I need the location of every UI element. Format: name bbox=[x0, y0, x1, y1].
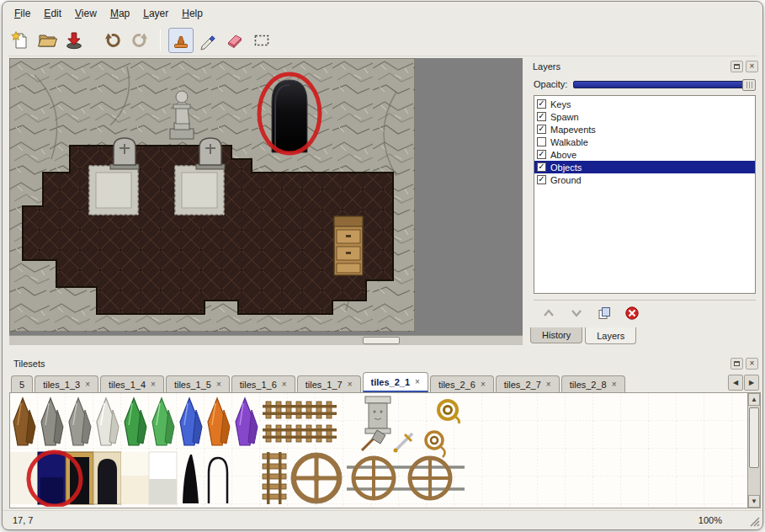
layer-row-mapevents[interactable]: ✓ Mapevents bbox=[534, 123, 755, 136]
delete-layer-icon bbox=[624, 306, 640, 321]
tilesets-float-button[interactable] bbox=[730, 358, 743, 370]
lower-layer-button[interactable] bbox=[568, 305, 585, 322]
tab-close-icon[interactable]: × bbox=[612, 380, 617, 389]
menu-bar: File Edit View Map Layer Help bbox=[8, 4, 210, 23]
stamp-tool-button[interactable] bbox=[168, 28, 194, 53]
cursor-position: 17, 7 bbox=[13, 515, 33, 525]
duplicate-layer-button[interactable] bbox=[596, 305, 613, 322]
opacity-slider-handle[interactable] bbox=[742, 79, 756, 91]
layer-row-ground[interactable]: ✓ Ground bbox=[534, 173, 755, 186]
menu-map[interactable]: Map bbox=[104, 5, 136, 22]
open-button[interactable] bbox=[35, 28, 60, 53]
layer-checkbox[interactable] bbox=[537, 137, 546, 146]
save-button[interactable] bbox=[61, 28, 87, 53]
tab-history[interactable]: History bbox=[530, 327, 582, 343]
layer-actions bbox=[534, 300, 756, 323]
stamp-tool-icon bbox=[171, 30, 191, 51]
layer-row-spawn[interactable]: ✓ Spawn bbox=[534, 110, 755, 123]
new-file-button[interactable] bbox=[8, 28, 33, 53]
tab-layers[interactable]: Layers bbox=[585, 327, 636, 344]
tileset-tab-tiles_2_8[interactable]: tiles_2_8 × bbox=[561, 375, 625, 392]
layers-panel-title: Layers bbox=[533, 61, 728, 72]
redo-button[interactable] bbox=[127, 28, 152, 53]
duplicate-layer-icon bbox=[597, 306, 612, 321]
tileset-vscrollbar[interactable]: ▲ ▼ bbox=[747, 393, 760, 508]
tileset-tab-tiles_2_1[interactable]: tiles_2_1 × bbox=[363, 372, 428, 392]
raise-layer-button[interactable] bbox=[540, 305, 557, 322]
layers-float-button[interactable] bbox=[730, 61, 743, 72]
tileset-content: ▲ ▼ bbox=[9, 393, 761, 508]
tileset-tab-tiles_1_5[interactable]: tiles_1_5 × bbox=[166, 375, 230, 392]
scroll-up-button[interactable]: ▲ bbox=[748, 393, 760, 406]
open-folder-icon bbox=[37, 30, 57, 51]
tileset-canvas[interactable] bbox=[10, 393, 747, 507]
layers-panel-titlebar: Layers × bbox=[529, 58, 761, 74]
tab-close-icon[interactable]: × bbox=[151, 380, 156, 389]
marquee-select-button[interactable] bbox=[249, 28, 274, 53]
menu-view[interactable]: View bbox=[68, 5, 104, 22]
layers-close-button[interactable]: × bbox=[746, 61, 758, 72]
tileset-tab-tiles_1_6[interactable]: tiles_1_6 × bbox=[231, 375, 295, 392]
tilesets-panel: Tilesets × 5 tiles_1_3 × tiles_1_4 × til… bbox=[9, 355, 761, 508]
tab-scroll-right-button[interactable]: ▶ bbox=[744, 375, 759, 391]
menu-file[interactable]: File bbox=[8, 5, 37, 22]
tileset-tab-5[interactable]: 5 bbox=[11, 375, 33, 392]
menu-help[interactable]: Help bbox=[175, 5, 210, 22]
layer-checkbox[interactable]: ✓ bbox=[537, 99, 546, 109]
tab-scroll-buttons: ◀ ▶ bbox=[728, 375, 759, 391]
menu-edit[interactable]: Edit bbox=[37, 5, 68, 22]
layer-checkbox[interactable]: ✓ bbox=[537, 175, 546, 184]
tab-close-icon[interactable]: × bbox=[282, 380, 287, 389]
close-icon: × bbox=[750, 62, 755, 71]
status-bar: 17, 7 100% bbox=[3, 510, 762, 529]
float-icon bbox=[734, 361, 740, 366]
layer-checkbox[interactable]: ✓ bbox=[537, 112, 546, 121]
tileset-tab-tiles_2_6[interactable]: tiles_2_6 × bbox=[430, 375, 494, 392]
vscroll-thumb[interactable] bbox=[749, 407, 759, 468]
undo-button[interactable] bbox=[100, 28, 125, 53]
tileset-tab-tiles_1_3[interactable]: tiles_1_3 × bbox=[35, 375, 98, 392]
layer-checkbox[interactable]: ✓ bbox=[537, 162, 546, 172]
tilesets-close-button[interactable]: × bbox=[746, 358, 758, 370]
layer-checkbox[interactable]: ✓ bbox=[537, 150, 546, 159]
layer-name: Spawn bbox=[550, 112, 579, 122]
layer-name: Objects bbox=[550, 162, 582, 173]
layer-list[interactable]: ✓ Keys ✓ Spawn ✓ Mapevents Walkable ✓ Ab… bbox=[534, 95, 756, 294]
menu-layer[interactable]: Layer bbox=[136, 5, 175, 22]
opacity-label: Opacity: bbox=[534, 79, 567, 89]
tab-close-icon[interactable]: × bbox=[415, 377, 420, 386]
eraser-tool-button[interactable] bbox=[222, 28, 247, 53]
tab-scroll-left-button[interactable]: ◀ bbox=[728, 375, 743, 391]
map-hscroll-thumb[interactable] bbox=[363, 337, 400, 344]
redo-icon bbox=[130, 30, 150, 51]
layer-checkbox[interactable]: ✓ bbox=[537, 125, 546, 134]
map-hscrollbar[interactable] bbox=[9, 335, 523, 345]
layer-name: Ground bbox=[550, 175, 582, 185]
tileset-tab-tiles_1_4[interactable]: tiles_1_4 × bbox=[100, 375, 164, 392]
tilesets-panel-titlebar: Tilesets × bbox=[9, 355, 761, 371]
map-canvas[interactable] bbox=[9, 58, 523, 345]
raise-layer-icon bbox=[541, 306, 556, 321]
brush-tool-icon bbox=[198, 30, 218, 51]
scroll-down-button[interactable]: ▼ bbox=[748, 495, 760, 508]
opacity-slider[interactable] bbox=[573, 81, 756, 88]
tab-close-icon[interactable]: × bbox=[85, 380, 90, 389]
layer-row-above[interactable]: ✓ Above bbox=[534, 148, 755, 161]
float-icon bbox=[734, 64, 740, 69]
layer-row-keys[interactable]: ✓ Keys bbox=[534, 98, 755, 110]
gravestone-right bbox=[196, 138, 225, 169]
grave-platform-left bbox=[89, 166, 138, 215]
new-file-icon bbox=[10, 30, 30, 51]
layer-row-walkable[interactable]: Walkable bbox=[534, 136, 755, 148]
tab-close-icon[interactable]: × bbox=[546, 380, 551, 389]
undo-icon bbox=[103, 30, 123, 51]
tab-close-icon[interactable]: × bbox=[481, 380, 486, 389]
layer-row-objects[interactable]: ✓ Objects bbox=[534, 161, 755, 173]
tileset-tab-tiles_1_7[interactable]: tiles_1_7 × bbox=[297, 375, 361, 392]
tab-close-icon[interactable]: × bbox=[216, 380, 221, 389]
delete-layer-button[interactable] bbox=[624, 305, 640, 322]
brush-tool-button[interactable] bbox=[195, 28, 220, 53]
tab-close-icon[interactable]: × bbox=[348, 380, 353, 389]
tileset-tab-tiles_2_7[interactable]: tiles_2_7 × bbox=[496, 375, 560, 392]
resize-grip[interactable] bbox=[749, 516, 760, 527]
